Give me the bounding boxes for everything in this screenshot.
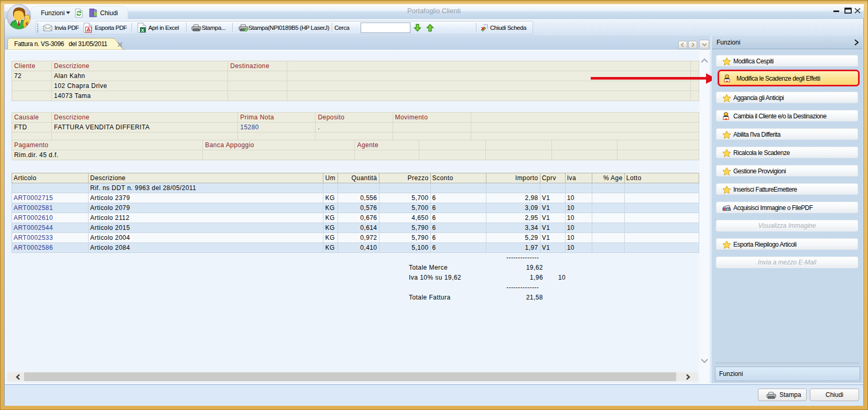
svg-text:X: X [141, 28, 144, 33]
